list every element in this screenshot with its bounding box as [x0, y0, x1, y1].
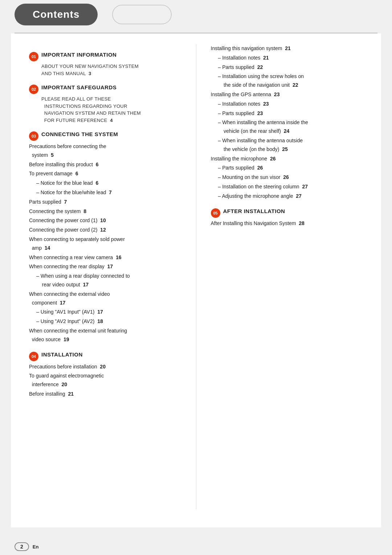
section-01-title: IMPORTANT INFORMATION [41, 52, 117, 58]
toc-item: Connecting the system 8 [29, 207, 181, 216]
toc-item: Before installing 21 [29, 390, 181, 399]
toc-item: – Installation notes 21 [211, 54, 363, 62]
toc-item: – Parts supplied 23 [211, 109, 363, 118]
toc-item: When connecting the rear display 17 [29, 262, 181, 271]
section-05: 05 After Installation After Installing t… [211, 208, 363, 228]
toc-item: When connecting the external unit featur… [29, 327, 181, 344]
section-01-subtitle: ABOUT YOUR NEW NAVIGATION SYSTEMAND THIS… [29, 63, 181, 77]
section-02-title: IMPORTANT SAFEGUARDS [41, 84, 117, 90]
section-02-header: 02 IMPORTANT SAFEGUARDS [29, 84, 181, 94]
right-section-04-items: Installing this navigation system 21 – I… [211, 44, 363, 201]
page-number: 2 [20, 544, 23, 550]
section-01-subtitle-page: 3 [89, 71, 91, 76]
section-05-title: After Installation [223, 208, 285, 214]
toc-item: When connecting to separately sold power… [29, 235, 181, 253]
toc-item: – Mounting on the sun visor 26 [211, 173, 363, 182]
page: Contents 01 IMPORTANT INFORMATION ABOUT … [0, 0, 392, 555]
toc-item: After Installing this Navigation System … [211, 219, 363, 228]
toc-item: – When using a rear display connected to… [29, 272, 181, 289]
toc-item: – Using "AV1 Input" (AV1) 17 [29, 308, 181, 317]
section-02-num: 02 [29, 85, 38, 94]
section-03-num: 03 [29, 131, 38, 141]
section-01-num: 01 [29, 52, 38, 61]
top-right-box [112, 5, 172, 24]
section-04-items: Precautions before installation 20 To gu… [29, 363, 181, 399]
toc-item: Installing this navigation system 21 [211, 44, 363, 53]
section-03-title: Connecting the System [41, 131, 118, 137]
section-05-num: 05 [211, 208, 220, 218]
section-01-header: 01 IMPORTANT INFORMATION [29, 52, 181, 61]
toc-item: – Installation on the steering column 27 [211, 183, 363, 191]
section-03-header: 03 Connecting the System [29, 131, 181, 141]
title-badge: Contents [15, 4, 98, 25]
section-02: 02 IMPORTANT SAFEGUARDS PLEASE READ ALL … [29, 84, 181, 124]
right-column: Installing this navigation system 21 – I… [196, 44, 363, 509]
toc-item: Connecting the power cord (1) 10 [29, 216, 181, 225]
toc-item: When connecting a rear view camera 16 [29, 253, 181, 262]
section-03: 03 Connecting the System Precautions bef… [29, 131, 181, 344]
toc-item: To prevent damage 6 [29, 170, 181, 178]
section-04-header: 04 Installation [29, 351, 181, 361]
section-05-header: 05 After Installation [211, 208, 363, 218]
page-number-badge: 2 [15, 542, 29, 551]
toc-item: When connecting the external video compo… [29, 290, 181, 307]
toc-item: – Installation notes 23 [211, 100, 363, 109]
section-04-num: 04 [29, 352, 38, 361]
section-05-items: After Installing this Navigation System … [211, 219, 363, 228]
top-bar: Contents [0, 0, 392, 29]
section-01: 01 IMPORTANT INFORMATION ABOUT YOUR NEW … [29, 52, 181, 77]
toc-item: Installing the GPS antenna 23 [211, 90, 363, 99]
toc-item: – When installing the antenna inside the… [211, 118, 363, 136]
toc-item: – Installation using the screw holes on … [211, 72, 363, 90]
toc-item: – Notice for the blue/white lead 7 [29, 188, 181, 197]
section-04: 04 Installation Precautions before insta… [29, 351, 181, 399]
toc-item: Before installing this product 6 [29, 160, 181, 169]
toc-item: Connecting the power cord (2) 12 [29, 226, 181, 234]
section-03-items: Precautions before connecting the system… [29, 142, 181, 344]
section-02-page: 4 [110, 118, 113, 123]
toc-item: – Parts supplied 26 [211, 164, 363, 172]
toc-item: Parts supplied 7 [29, 198, 181, 207]
toc-item: – Parts supplied 22 [211, 63, 363, 72]
toc-item: Precautions before connecting the system… [29, 142, 181, 160]
toc-item: Installing the microphone 26 [211, 155, 363, 163]
toc-item: – When installing the antenna outside th… [211, 136, 363, 154]
toc-item: – Using "AV2 Input" (AV2) 18 [29, 317, 181, 326]
toc-item: Precautions before installation 20 [29, 363, 181, 371]
toc-item: – Notice for the blue lead 6 [29, 179, 181, 188]
left-column: 01 IMPORTANT INFORMATION ABOUT YOUR NEW … [29, 44, 196, 509]
content-area: 01 IMPORTANT INFORMATION ABOUT YOUR NEW … [11, 33, 381, 527]
toc-item: To guard against electromagnetic interfe… [29, 372, 181, 389]
bottom-bar: 2 En [0, 538, 392, 555]
section-04-title: Installation [41, 351, 83, 358]
page-title: Contents [33, 9, 79, 20]
toc-item: – Adjusting the microphone angle 27 [211, 192, 363, 201]
language-label: En [33, 544, 39, 550]
section-02-subtitle: PLEASE READ ALL OF THESE INSTRUCTIONS RE… [29, 95, 181, 124]
